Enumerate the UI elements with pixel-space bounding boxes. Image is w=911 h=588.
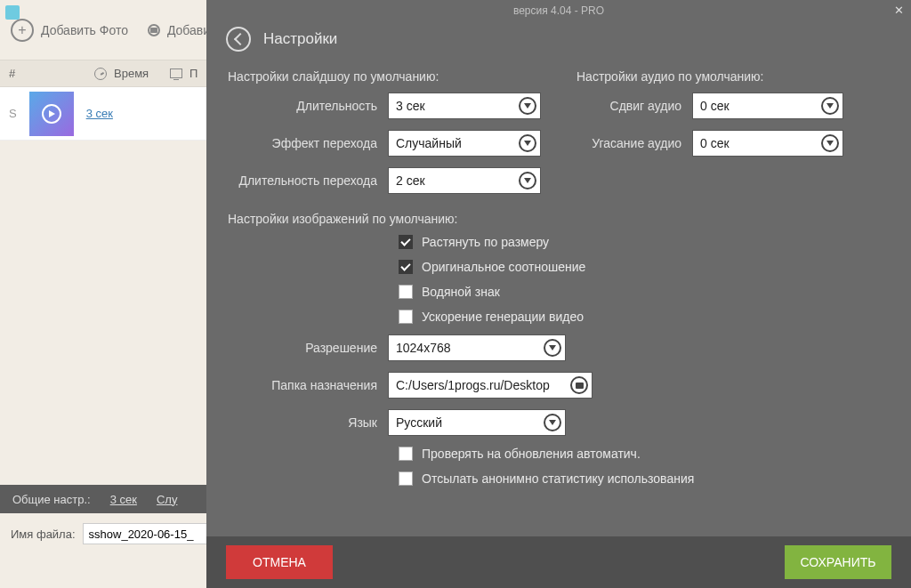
settings-modal: версия 4.04 - PRO ✕ Настройки Настройки …: [206, 0, 911, 588]
original-ratio-checkbox[interactable]: [399, 260, 413, 274]
transition-effect-label: Эффект перехода: [228, 136, 388, 150]
col-hash: #: [9, 67, 27, 80]
watermark-label: Водяной знак: [422, 285, 500, 299]
col-mon: П: [189, 67, 198, 80]
add-photo-label: Добавить Фото: [41, 23, 128, 37]
watermark-checkbox[interactable]: [399, 285, 413, 299]
cancel-button[interactable]: ОТМЕНА: [226, 545, 333, 579]
chevron-down-icon: [821, 97, 839, 115]
audio-shift-select[interactable]: 0 сек: [692, 93, 843, 119]
dest-folder-label: Папка назначения: [228, 378, 388, 392]
transition-duration-label: Длительность перехода: [228, 173, 388, 188]
chevron-down-icon: [519, 97, 536, 115]
plus-icon: +: [11, 19, 34, 42]
col-time: Время: [114, 67, 149, 80]
monitor-icon: [170, 68, 182, 78]
audio-fade-label: Угасание аудио: [576, 136, 692, 150]
row-duration-link[interactable]: 3 сек: [86, 107, 113, 120]
add-photo-button[interactable]: + Добавить Фото: [11, 19, 128, 42]
chevron-down-icon: [544, 339, 561, 357]
resolution-value: 1024x768: [396, 341, 451, 355]
dest-folder-field[interactable]: C:/Users/1progs.ru/Desktop: [388, 372, 593, 399]
clock-icon: [94, 68, 107, 80]
transition-duration-value: 2 сек: [396, 173, 425, 188]
original-ratio-label: Оригинальное соотношение: [422, 260, 585, 274]
resolution-select[interactable]: 1024x768: [388, 334, 566, 361]
duration-select[interactable]: 3 сек: [388, 93, 541, 119]
global-effect-link[interactable]: Слу: [157, 493, 177, 506]
slideshow-section-title: Настройки слайдшоу по умолчанию:: [228, 69, 541, 84]
transition-duration-select[interactable]: 2 сек: [388, 167, 541, 194]
accel-label: Ускорение генерации видео: [422, 310, 584, 324]
audio-section-title: Настройки аудио по умолчанию:: [576, 69, 890, 84]
updates-label: Проверять на обновления автоматич.: [422, 447, 641, 461]
duration-value: 3 сек: [396, 99, 425, 113]
global-duration-link[interactable]: 3 сек: [110, 493, 137, 506]
audio-shift-label: Сдвиг аудио: [576, 99, 692, 113]
stretch-label: Растянуть по размеру: [422, 235, 549, 249]
app-logo-icon: [5, 5, 20, 20]
stretch-checkbox[interactable]: [399, 235, 413, 249]
chevron-down-icon: [544, 414, 561, 431]
filename-label: Имя файла:: [11, 528, 76, 541]
close-icon[interactable]: ✕: [894, 4, 904, 17]
chevron-down-icon: [519, 172, 536, 189]
transition-effect-value: Случайный: [396, 136, 462, 150]
duration-label: Длительность: [228, 99, 388, 113]
language-label: Язык: [228, 415, 388, 430]
folder-circle-icon: [148, 24, 160, 36]
language-select[interactable]: Русский: [388, 409, 566, 436]
back-button[interactable]: [226, 27, 251, 52]
modal-title: Настройки: [263, 30, 337, 48]
play-icon: [42, 104, 61, 124]
version-text: версия 4.04 - PRO: [513, 4, 604, 17]
language-value: Русский: [396, 415, 442, 430]
slide-thumbnail[interactable]: [29, 92, 74, 136]
folder-icon[interactable]: [570, 376, 588, 394]
audio-fade-select[interactable]: 0 сек: [692, 130, 843, 157]
audio-fade-value: 0 сек: [700, 136, 730, 150]
audio-shift-value: 0 сек: [700, 99, 730, 113]
updates-checkbox[interactable]: [399, 447, 413, 461]
global-label: Общие настр.:: [12, 493, 91, 506]
dest-folder-value: C:/Users/1progs.ru/Desktop: [396, 378, 550, 392]
images-section-title: Настройки изображений по умолчанию:: [228, 212, 890, 226]
stats-label: Отсылать анонимно статистику использован…: [422, 471, 694, 486]
chevron-down-icon: [519, 134, 536, 152]
accel-checkbox[interactable]: [399, 310, 413, 324]
stats-checkbox[interactable]: [399, 471, 413, 486]
resolution-label: Разрешение: [228, 341, 388, 355]
modal-body: Настройки слайдшоу по умолчанию: Длитель…: [206, 57, 911, 536]
row-number: S: [9, 107, 17, 120]
transition-effect-select[interactable]: Случайный: [388, 130, 541, 157]
save-button[interactable]: СОХРАНИТЬ: [785, 545, 891, 579]
modal-titlebar: версия 4.04 - PRO ✕: [206, 0, 911, 21]
chevron-down-icon: [821, 134, 839, 152]
modal-header: Настройки: [206, 21, 911, 57]
modal-footer: ОТМЕНА СОХРАНИТЬ: [206, 536, 911, 588]
